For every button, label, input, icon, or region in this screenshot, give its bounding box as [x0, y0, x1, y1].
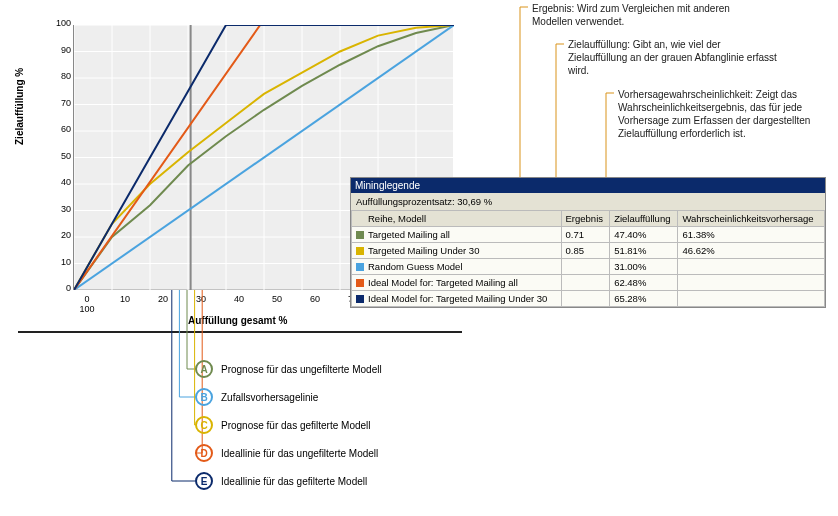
table-row: Ideal Model for: Targeted Mailing all62.…: [352, 275, 825, 291]
series-legend: APrognose für das ungefilterte ModellBZu…: [195, 360, 382, 500]
table-row: Ideal Model for: Targeted Mailing Under …: [352, 291, 825, 307]
x-axis-label: Auffüllung gesamt %: [188, 315, 287, 326]
table-row: Targeted Mailing Under 300.8551.81%46.62…: [352, 243, 825, 259]
table-header-cell: Ergebnis: [561, 211, 610, 227]
annotation-ziel: Zielauffüllung: Gibt an, wie viel der Zi…: [568, 38, 778, 77]
legend-text: Ideallinie für das gefilterte Modell: [221, 476, 367, 487]
y-axis-label: Zielauffüllung %: [14, 68, 25, 145]
series-swatch: [356, 279, 364, 287]
legend-text: Prognose für das gefilterte Modell: [221, 420, 371, 431]
series-swatch: [356, 263, 364, 271]
legend-row: CPrognose für das gefilterte Modell: [195, 416, 382, 434]
table-header-cell: Reihe, Modell: [352, 211, 562, 227]
legend-row: BZufallsvorhersagelinie: [195, 388, 382, 406]
table-header-row: Reihe, ModellErgebnisZielauffüllungWahrs…: [352, 211, 825, 227]
series-swatch: [356, 231, 364, 239]
legend-text: Zufallsvorhersagelinie: [221, 392, 318, 403]
table-row: Random Guess Model31.00%: [352, 259, 825, 275]
legend-row: DIdeallinie für das ungefilterte Modell: [195, 444, 382, 462]
legend-text: Prognose für das ungefilterte Modell: [221, 364, 382, 375]
annotation-vorhers: Vorhersagewahrscheinlichkeit: Zeigt das …: [618, 88, 838, 140]
mining-legend-title: Mininglegende: [351, 178, 825, 193]
series-swatch: [356, 295, 364, 303]
legend-letter: B: [195, 388, 213, 406]
table-row: Targeted Mailing all0.7147.40%61.38%: [352, 227, 825, 243]
legend-letter: C: [195, 416, 213, 434]
mining-legend-table: Reihe, ModellErgebnisZielauffüllungWahrs…: [351, 210, 825, 307]
annotation-ergebnis: Ergebnis: Wird zum Vergleichen mit ander…: [532, 2, 742, 28]
legend-row: APrognose für das ungefilterte Modell: [195, 360, 382, 378]
table-header-cell: Wahrscheinlichkeitsvorhersage: [678, 211, 825, 227]
legend-text: Ideallinie für das ungefilterte Modell: [221, 448, 378, 459]
mining-legend-subtitle: Auffüllungsprozentsatz: 30,69 %: [351, 193, 825, 210]
legend-letter: D: [195, 444, 213, 462]
legend-row: EIdeallinie für das gefilterte Modell: [195, 472, 382, 490]
mining-legend: Mininglegende Auffüllungsprozentsatz: 30…: [350, 177, 826, 308]
legend-letter: A: [195, 360, 213, 378]
series-swatch: [356, 247, 364, 255]
table-header-cell: Zielauffüllung: [610, 211, 678, 227]
y-ticks: 1009080706050403020100: [51, 19, 71, 284]
legend-letter: E: [195, 472, 213, 490]
